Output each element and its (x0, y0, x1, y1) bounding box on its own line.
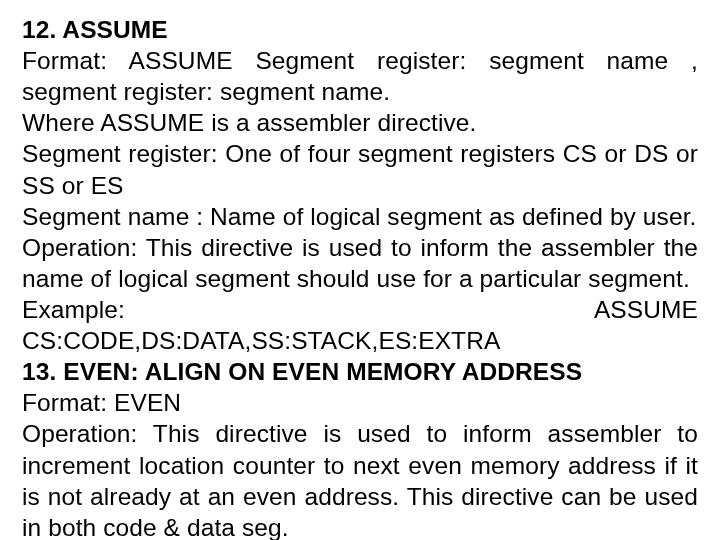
heading-13: 13. EVEN: ALIGN ON EVEN MEMORY ADDRESS (22, 356, 698, 387)
format-line-13: Format: EVEN (22, 387, 698, 418)
format-line-12: Format: ASSUME Segment register: segment… (22, 45, 698, 107)
segname-line-12: Segment name : Name of logical segment a… (22, 201, 698, 232)
heading-12: 12. ASSUME (22, 14, 698, 45)
operation-line-13: Operation: This directive is used to inf… (22, 418, 698, 540)
document-page: 12. ASSUME Format: ASSUME Segment regist… (0, 0, 720, 540)
segreg-line-12: Segment register: One of four segment re… (22, 138, 698, 200)
where-line-12: Where ASSUME is a assembler directive. (22, 107, 698, 138)
operation-line-12: Operation: This directive is used to inf… (22, 232, 698, 294)
example-line-12: Example: ASSUME CS:CODE,DS:DATA,SS:STACK… (22, 294, 698, 356)
